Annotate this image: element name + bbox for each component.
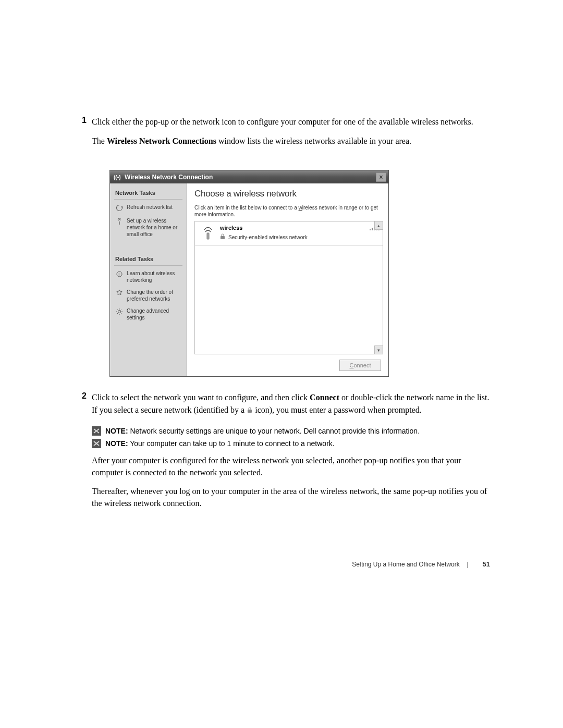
window-body: Network Tasks Refresh network list Set u… (110, 183, 388, 376)
note-1-text: NOTE: Network security settings are uniq… (105, 426, 420, 436)
main-panel: Choose a wireless network Click an item … (187, 183, 388, 376)
antenna-icon (115, 217, 124, 226)
window-titlebar: ((•)) Wireless Network Connection × (110, 170, 388, 183)
gear-icon (115, 307, 124, 316)
sidebar-item-label: Learn about wireless networking (127, 270, 182, 283)
text: Click an item in the list below to conne… (194, 205, 299, 211)
lock-icon (220, 233, 226, 241)
network-name: wireless (220, 225, 366, 231)
sidebar-item-learn[interactable]: i Learn about wireless networking (110, 267, 187, 286)
footer-separator: | (461, 561, 473, 568)
step-1-number: 1 (77, 116, 92, 154)
svg-point-3 (118, 311, 121, 313)
scroll-up-icon[interactable]: ▴ (374, 221, 383, 230)
divider (114, 199, 182, 200)
window-name-bold: Wireless Network Connections (107, 137, 216, 145)
step-2-text: Click to select the network you want to … (92, 391, 490, 415)
lock-icon (247, 406, 253, 414)
note-icon (92, 426, 101, 436)
note-body: Your computer can take up to 1 minute to… (128, 439, 335, 448)
network-list[interactable]: ▴ wireless Security-enabled wireless net… (194, 221, 383, 354)
sidebar-section-related-tasks: Related Tasks (110, 250, 187, 265)
sidebar-section-network-tasks: Network Tasks (110, 183, 187, 199)
xp-window: ((•)) Wireless Network Connection × Netw… (109, 170, 389, 377)
svg-rect-5 (221, 236, 225, 239)
svg-rect-6 (248, 410, 252, 413)
note-body: Network security settings are unique to … (128, 427, 420, 435)
note-2: NOTE: Your computer can take up to 1 min… (77, 439, 490, 448)
note-1: NOTE: Network security settings are uniq… (77, 426, 490, 436)
text: Click to select the network you want to … (92, 393, 310, 402)
connect-bold: Connect (310, 393, 339, 402)
star-icon (115, 289, 124, 297)
network-item[interactable]: wireless Security-enabled wireless netwo… (195, 221, 383, 246)
paragraph-2: Thereafter, whenever you log on to your … (92, 485, 490, 509)
footer-page-number: 51 (475, 560, 490, 568)
footer-section: Setting Up a Home and Office Network (352, 561, 460, 568)
text: icon), you must enter a password when pr… (253, 405, 421, 414)
divider (114, 265, 182, 266)
step-1-para2: The Wireless Network Connections window … (92, 135, 490, 147)
refresh-icon (115, 204, 124, 212)
screenshot-container: ((•)) Wireless Network Connection × Netw… (109, 170, 389, 377)
sidebar-item-advanced[interactable]: Change advanced settings (110, 305, 187, 324)
step-2-body: Click to select the network you want to … (92, 391, 490, 423)
wireless-icon: ((•)) (113, 173, 121, 181)
panel-instruction: Click an item in the list below to conne… (194, 204, 383, 218)
panel-heading: Choose a wireless network (194, 189, 383, 199)
underline: w (299, 205, 302, 211)
note-label: NOTE: (105, 439, 128, 448)
sidebar-item-label: Set up a wireless network for a home or … (127, 217, 182, 238)
sidebar: Network Tasks Refresh network list Set u… (110, 183, 187, 376)
sidebar-item-label: Change the order of preferred networks (127, 289, 182, 302)
network-security-text: Security-enabled wireless network (228, 235, 308, 240)
sidebar-item-refresh[interactable]: Refresh network list (110, 201, 187, 215)
window-title: Wireless Network Connection (125, 174, 213, 181)
connect-button[interactable]: Connect (339, 360, 381, 371)
step-1-body: Click either the pop-up or the network i… (92, 116, 490, 154)
text: The (92, 137, 107, 145)
info-icon: i (115, 270, 124, 278)
step-1: 1 Click either the pop-up or the network… (77, 116, 490, 154)
scroll-down-icon[interactable]: ▾ (374, 346, 383, 354)
paragraph-1: After your computer is configured for th… (92, 454, 490, 478)
svg-rect-4 (207, 233, 209, 239)
note-label: NOTE: (105, 427, 128, 435)
sidebar-item-label: Refresh network list (127, 204, 182, 211)
page-footer: Setting Up a Home and Office Network | 5… (77, 560, 490, 568)
svg-text:i: i (118, 272, 119, 277)
sidebar-item-order[interactable]: Change the order of preferred networks (110, 286, 187, 305)
network-security-row: Security-enabled wireless network (220, 233, 366, 241)
step-1-text: Click either the pop-up or the network i… (92, 116, 490, 128)
network-info: wireless Security-enabled wireless netwo… (220, 225, 366, 241)
step-2-number: 2 (77, 391, 92, 423)
step-2: 2 Click to select the network you want t… (77, 391, 490, 423)
sidebar-item-setup[interactable]: Set up a wireless network for a home or … (110, 215, 187, 240)
close-icon[interactable]: × (376, 172, 386, 182)
note-icon (92, 439, 101, 448)
wireless-network-icon (199, 225, 217, 242)
svg-text:((•)): ((•)) (114, 175, 121, 180)
button-row: Connect (194, 354, 383, 376)
text: window lists the wireless networks avail… (216, 137, 411, 145)
sidebar-item-label: Change advanced settings (127, 307, 182, 321)
text: onnect (353, 362, 371, 368)
note-2-text: NOTE: Your computer can take up to 1 min… (105, 439, 335, 448)
